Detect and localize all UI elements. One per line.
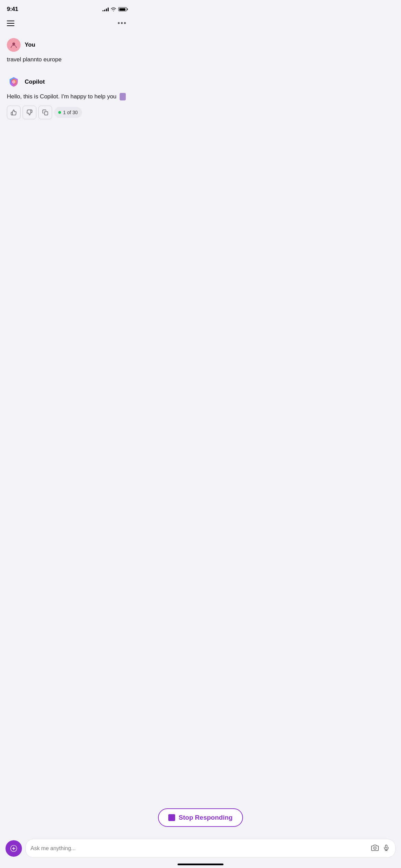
copilot-message-text: Hello, this is Copilot. I'm happy to hel… (7, 92, 127, 101)
status-time: 9:41 (7, 6, 18, 13)
status-bar: 9:41 (0, 0, 134, 16)
copilot-avatar (7, 75, 21, 89)
thumbs-up-button[interactable] (7, 106, 21, 119)
inline-phone-icon (120, 93, 126, 100)
user-avatar-icon (10, 41, 17, 49)
svg-point-0 (12, 43, 15, 45)
thumbs-down-button[interactable] (23, 106, 36, 119)
nav-bar: ••• (0, 16, 134, 31)
thumbs-up-icon (11, 109, 17, 116)
battery-icon (118, 7, 127, 11)
svg-rect-2 (45, 112, 48, 115)
svg-point-1 (12, 80, 15, 84)
wifi-icon (111, 7, 116, 11)
copilot-logo-icon (8, 76, 20, 88)
user-message-header: You (7, 38, 127, 52)
status-icons (102, 7, 127, 11)
copilot-message-block: Copilot Hello, this is Copilot. I'm happ… (7, 75, 127, 120)
copilot-message-header: Copilot (7, 75, 127, 89)
thumbs-down-icon (26, 109, 33, 116)
copy-icon (42, 109, 48, 116)
user-message-text: travel plannto europe (7, 55, 127, 64)
signal-icon (102, 7, 109, 11)
copy-button[interactable] (38, 106, 52, 119)
user-name: You (25, 41, 35, 48)
response-actions: 1 of 30 (7, 106, 127, 119)
count-text: 1 of 30 (63, 110, 78, 115)
green-dot-icon (58, 111, 61, 114)
chat-area: You travel plannto europe (0, 31, 134, 119)
count-badge[interactable]: 1 of 30 (54, 107, 82, 118)
menu-button[interactable] (7, 21, 14, 26)
copilot-name: Copilot (25, 79, 45, 85)
more-options-button[interactable]: ••• (118, 19, 127, 27)
user-message-block: You travel plannto europe (7, 38, 127, 64)
user-avatar (7, 38, 21, 52)
